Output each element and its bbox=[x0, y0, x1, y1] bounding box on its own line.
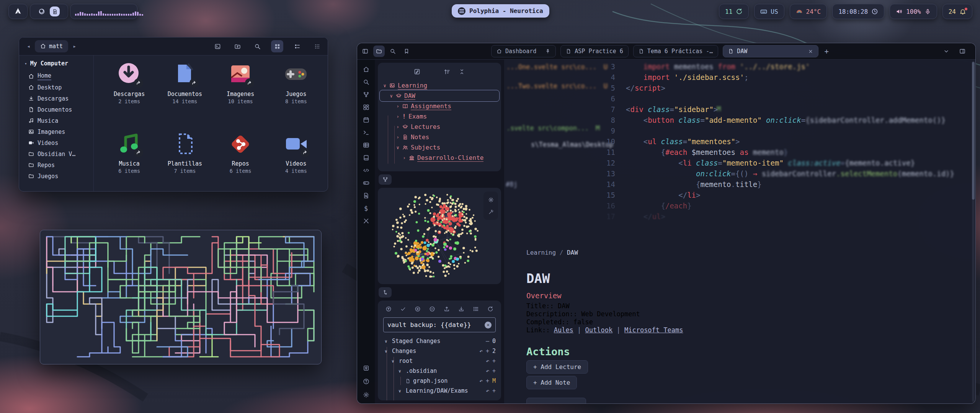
git-row-action[interactable]: ↶ bbox=[486, 358, 489, 364]
back-button[interactable]: ◂ bbox=[24, 43, 33, 50]
folder-plantillas[interactable]: Plantillas7 items bbox=[157, 132, 212, 192]
tree-item-lectures[interactable]: ›Lectures bbox=[378, 122, 501, 132]
tab-asp-practice-6[interactable]: ASP Practice 6 bbox=[560, 45, 628, 57]
git-row-action[interactable]: + bbox=[492, 358, 496, 364]
git-row-action[interactable]: + bbox=[492, 367, 496, 374]
widget-updates[interactable]: 11 bbox=[719, 4, 749, 19]
close-tab-icon[interactable] bbox=[808, 48, 813, 55]
new-note-button[interactable] bbox=[414, 68, 420, 76]
sidebar-item-juegos[interactable]: Juegos bbox=[28, 171, 93, 182]
note-link[interactable]: Microsoft Teams bbox=[624, 326, 683, 334]
folder-documentos[interactable]: Documentos14 items bbox=[157, 62, 212, 122]
tree-item-subjects[interactable]: ∨Subjects bbox=[378, 142, 501, 153]
widget-notifications[interactable]: 24 bbox=[942, 4, 972, 19]
folder-videos[interactable]: Videos4 items bbox=[268, 132, 324, 192]
tab-tema-6-pr-cticas-[interactable]: Tema 6 Prácticas -… bbox=[633, 45, 719, 57]
forward-button[interactable]: ▸ bbox=[70, 43, 79, 50]
git-row-changes[interactable]: ∨Changes↶+2 bbox=[383, 346, 496, 356]
git-tab-chip[interactable] bbox=[379, 287, 392, 298]
sidebar-item-musica[interactable]: Musica bbox=[28, 115, 93, 126]
menu-button[interactable] bbox=[311, 40, 323, 52]
tree-item-learning[interactable]: ∨Learning bbox=[378, 80, 501, 91]
pull-button[interactable] bbox=[458, 306, 464, 313]
graph-settings-gear-button[interactable] bbox=[486, 195, 496, 205]
ribbon-settings-gear-icon[interactable] bbox=[363, 391, 369, 399]
tab-list-chevron-icon[interactable] bbox=[943, 48, 949, 55]
clear-input-icon[interactable]: ✕ bbox=[485, 322, 492, 328]
tree-item-notes[interactable]: ›Notes bbox=[378, 132, 501, 142]
ribbon-file-search-icon[interactable] bbox=[363, 192, 369, 200]
sidebar-item-descargas[interactable]: Descargas bbox=[28, 93, 93, 104]
ribbon-terminal-icon[interactable] bbox=[363, 129, 369, 137]
top-search-icon[interactable] bbox=[387, 46, 399, 57]
commit-message-input[interactable]: vault backup: {{date}} ✕ bbox=[383, 317, 496, 332]
launcher-button[interactable] bbox=[8, 4, 28, 19]
ribbon-book-icon[interactable] bbox=[363, 154, 369, 162]
sidebar-item-desktop[interactable]: Desktop bbox=[28, 82, 93, 93]
panel-right-icon[interactable] bbox=[959, 48, 965, 55]
list-view-button[interactable] bbox=[291, 40, 303, 52]
scrollbar-thumb[interactable] bbox=[972, 62, 975, 200]
ribbon-crossed-tools-icon[interactable] bbox=[363, 217, 369, 225]
tree-item-daw[interactable]: ∨DAW bbox=[378, 91, 501, 101]
tab-daw[interactable]: DAW bbox=[723, 45, 818, 57]
git-row-root[interactable]: ∨root↶+ bbox=[383, 356, 496, 366]
sidebar-item-home[interactable]: Home bbox=[28, 71, 93, 82]
ribbon-cards-icon[interactable] bbox=[363, 104, 369, 111]
ribbon-gamepad-icon[interactable] bbox=[363, 179, 369, 187]
push-button[interactable] bbox=[444, 306, 450, 313]
git-row-action[interactable]: ↶ bbox=[486, 387, 489, 394]
git-row-action[interactable]: + bbox=[492, 387, 496, 394]
folder-imagenes[interactable]: Imagenes10 items bbox=[213, 62, 268, 122]
media-widget[interactable]: Polyphia - Neurotica bbox=[452, 4, 549, 18]
list-button[interactable] bbox=[473, 306, 479, 313]
ribbon-code-percent-icon[interactable] bbox=[363, 167, 369, 174]
folder-repos[interactable]: Repos6 items bbox=[213, 132, 268, 192]
breadcrumb[interactable]: Learning / DAW bbox=[526, 249, 578, 256]
top-panel-left-icon[interactable] bbox=[359, 46, 371, 57]
action-button-add-note[interactable]: + Add Note bbox=[526, 376, 577, 389]
sort-button[interactable] bbox=[444, 68, 450, 76]
git-row-action[interactable]: ↶ bbox=[486, 367, 489, 374]
graph-view[interactable] bbox=[378, 188, 495, 284]
stage-all-button[interactable] bbox=[415, 306, 421, 313]
refresh-button[interactable] bbox=[487, 306, 493, 313]
ribbon-vault-icon[interactable] bbox=[363, 364, 369, 372]
tree-item-exams[interactable]: ›!Exams bbox=[378, 111, 501, 122]
git-row-action[interactable]: ↶ bbox=[479, 377, 483, 384]
folder-descargas[interactable]: Descargas2 items bbox=[101, 62, 157, 122]
ribbon-git-graph-icon[interactable] bbox=[363, 91, 369, 99]
git-row-learning-daw-exams[interactable]: ∨Learning/DAW/Exams↶+ bbox=[383, 386, 496, 396]
open-terminal-button[interactable] bbox=[211, 40, 224, 52]
graph-tab-chip[interactable] bbox=[379, 174, 392, 185]
widget-weather[interactable]: 24°C bbox=[790, 4, 827, 19]
ribbon-dollar-icon[interactable]: $ bbox=[364, 205, 368, 212]
folder-musica[interactable]: Musica6 items bbox=[101, 132, 157, 192]
ribbon-calendar-icon[interactable] bbox=[363, 116, 369, 124]
action-button-add-lecture[interactable]: + Add Lecture bbox=[526, 360, 588, 374]
tree-item-desarrollo-cliente[interactable]: ›Desarrollo-Cliente bbox=[378, 153, 501, 163]
sidebar-item-documentos[interactable]: Documentos bbox=[28, 104, 93, 115]
search-button[interactable] bbox=[251, 40, 263, 52]
git-row-staged-changes[interactable]: ∨Staged Changes—0 bbox=[383, 336, 496, 346]
sidebar-item-repos[interactable]: Repos bbox=[28, 159, 93, 171]
top-bookmark-icon[interactable] bbox=[401, 46, 412, 57]
location-bar[interactable]: matt bbox=[35, 40, 68, 52]
widget-audio[interactable]: 100% bbox=[890, 4, 937, 19]
git-row-action[interactable]: ↶ bbox=[479, 348, 483, 354]
grid-view-button[interactable] bbox=[271, 40, 283, 52]
unstage-all-button[interactable] bbox=[429, 306, 435, 313]
ribbon-search-icon[interactable] bbox=[363, 78, 369, 86]
workspace-switcher[interactable] bbox=[30, 4, 68, 19]
sidebar-root[interactable]: ▾ My Computer bbox=[24, 60, 93, 67]
ribbon-home-icon[interactable] bbox=[363, 66, 369, 73]
git-row-action[interactable]: + bbox=[486, 377, 489, 384]
check-button[interactable] bbox=[400, 306, 406, 313]
new-folder-button[interactable] bbox=[231, 40, 243, 52]
widget-clock[interactable]: 18:08:28 bbox=[832, 4, 884, 19]
folder-juegos[interactable]: Juegos8 items bbox=[268, 62, 324, 122]
active-workspace-document-icon[interactable] bbox=[50, 7, 60, 16]
git-row-action[interactable]: + bbox=[486, 348, 489, 354]
tree-item-assignments[interactable]: ›Assignments bbox=[378, 101, 501, 111]
sidebar-item-videos[interactable]: Videos bbox=[28, 137, 93, 148]
